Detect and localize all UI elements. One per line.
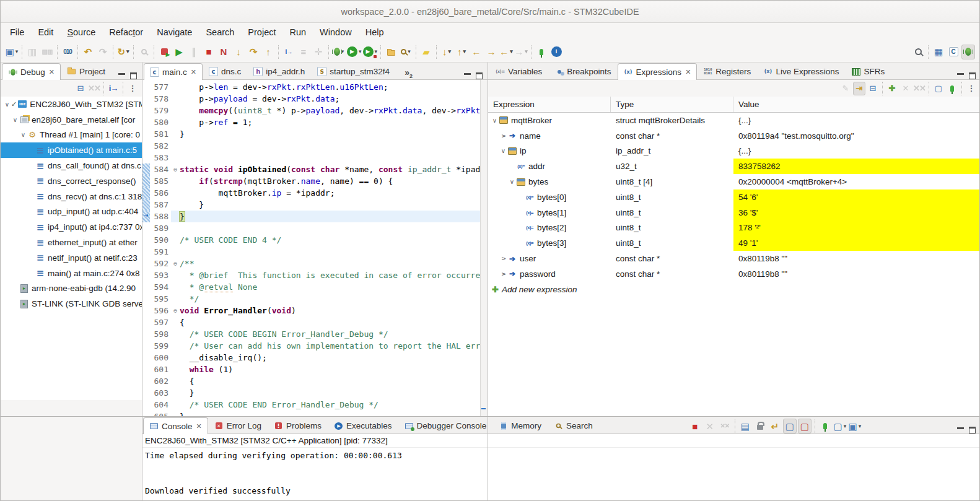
previous-annotation-icon[interactable]: ← xyxy=(470,45,483,59)
undo-icon[interactable]: ↶ xyxy=(81,45,95,59)
code-editor[interactable]: 577 p->len = dev->rxPkt.rxPktLen.u16PktL… xyxy=(142,80,488,417)
close-tab-icon[interactable]: ✕ xyxy=(196,422,202,430)
expression-row[interactable]: ∨ipip_addr_t{...} xyxy=(488,144,980,159)
console-output[interactable]: Time elapsed during verifying operation:… xyxy=(142,448,980,501)
code-line[interactable]: 590/* USER CODE END 4 */ xyxy=(142,234,480,246)
fold-marker-icon[interactable]: ⊖ xyxy=(171,166,180,173)
code-line[interactable]: 584⊖static void ipObtained(const char *n… xyxy=(142,163,480,175)
code-line[interactable]: 595 */ xyxy=(142,293,480,305)
open-console-icon[interactable]: ▣▾ xyxy=(848,419,862,433)
debug-tree-item[interactable]: dns_call_found() at dns.c xyxy=(1,158,142,173)
word-wrap-icon[interactable]: ↵ xyxy=(768,419,782,433)
debug-tree-item[interactable]: ST-LINK (ST-LINK GDB server xyxy=(1,296,142,311)
close-tab-icon[interactable]: ✕ xyxy=(685,68,691,76)
next-edit-location-icon[interactable]: ↑▾ xyxy=(455,45,468,59)
code-line[interactable]: 598 /* USER CODE BEGIN Error_Handler_Deb… xyxy=(142,328,480,340)
console-tab-search[interactable]: Search xyxy=(548,417,599,433)
debug-tree-item[interactable]: ipObtained() at main.c:5 xyxy=(1,142,142,158)
column-header-type[interactable]: Type xyxy=(611,97,733,112)
mark-occurrences-icon[interactable]: ▰ xyxy=(419,45,433,59)
step-return-icon[interactable]: ↑ xyxy=(261,45,275,59)
debug-tree-item[interactable]: ∨en28j60_bare_metal.elf [cor xyxy=(1,112,142,128)
column-header-expression[interactable]: Expression xyxy=(488,97,611,112)
console-tab-debugger-console[interactable]: Debugger Console xyxy=(398,417,493,433)
expander-icon[interactable]: ∨ xyxy=(500,270,507,278)
terminate-icon[interactable]: ■ xyxy=(688,419,702,433)
maximize-view-button[interactable] xyxy=(130,72,137,79)
gutter-annotation[interactable] xyxy=(142,105,150,116)
expression-row[interactable]: bytes[1]uint8_t36 '$' xyxy=(488,205,980,220)
debug-tree-item[interactable]: ip4_input() at ip4.c:737 0x xyxy=(1,219,142,235)
overview-ruler[interactable] xyxy=(480,80,488,417)
menu-refactor[interactable]: Refactor xyxy=(102,25,150,40)
dropdown-arrow-icon[interactable]: ▾ xyxy=(844,424,847,429)
code-line[interactable]: 582 xyxy=(142,140,480,152)
dropdown-arrow-icon[interactable]: ▾ xyxy=(375,49,378,54)
instruction-stepping-icon[interactable]: ≡ xyxy=(297,45,310,59)
expressions-tab-sfrs[interactable]: SFRs xyxy=(845,63,891,79)
menu-window[interactable]: Window xyxy=(313,25,359,40)
new-wizard-icon[interactable]: ▣▾ xyxy=(5,45,19,59)
console-tab-executables[interactable]: Executables xyxy=(328,417,398,433)
titlebar[interactable]: workspace_2.0.0 - en28j60_bare_metal/Cor… xyxy=(1,1,979,23)
more-tabs-indicator[interactable]: »2 xyxy=(405,68,413,79)
gutter-annotation[interactable] xyxy=(142,387,150,399)
expression-row[interactable]: ∨nameconst char *0x80119a4 "test.mosquit… xyxy=(488,128,980,144)
dropdown-arrow-icon[interactable]: ▾ xyxy=(359,49,362,54)
expander-icon[interactable]: ∨ xyxy=(500,132,507,140)
debug-perspective-icon[interactable] xyxy=(961,45,975,59)
code-line[interactable]: 599 /* User can add his own implementati… xyxy=(142,340,480,352)
remove-all-expressions-icon[interactable]: ✕✕ xyxy=(913,82,925,95)
expression-row[interactable]: ∨passwordconst char *0x80119b8 "" xyxy=(488,266,980,282)
back-icon[interactable]: ←▾ xyxy=(499,45,513,59)
code-line[interactable]: 587 } xyxy=(142,199,480,211)
next-annotation-icon[interactable]: → xyxy=(484,45,498,59)
expressions-tab-expressions[interactable]: Expressions✕ xyxy=(618,63,698,80)
last-edit-location-icon[interactable]: ↓▾ xyxy=(440,45,453,59)
expander-icon[interactable]: ∨ xyxy=(499,147,507,154)
gutter-annotation[interactable] xyxy=(142,187,150,199)
view-menu-icon[interactable]: ⋮ xyxy=(965,82,978,95)
debug-tree-item[interactable]: ethernet_input() at ether xyxy=(1,235,142,250)
move-to-line-icon[interactable]: ✛ xyxy=(312,45,325,59)
sash-bottom[interactable] xyxy=(1,416,979,417)
code-line[interactable]: 580 p->ref = 1; xyxy=(142,116,480,128)
menu-project[interactable]: Project xyxy=(241,25,282,40)
dropdown-arrow-icon[interactable]: ▾ xyxy=(525,49,528,54)
code-line[interactable]: 586 mqttBroker.ip = *ipaddr; xyxy=(142,187,480,199)
gutter-annotation[interactable] xyxy=(142,269,150,281)
gutter-annotation[interactable] xyxy=(142,140,150,152)
gutter-annotation[interactable] xyxy=(142,81,150,93)
code-line[interactable]: 589 xyxy=(142,222,480,234)
gutter-annotation[interactable] xyxy=(142,199,150,211)
clear-console-icon[interactable]: ▤ xyxy=(738,419,752,433)
debug-tab-project[interactable]: Project xyxy=(61,63,112,79)
step-into-icon[interactable]: ↓ xyxy=(232,45,245,59)
expressions-tab-live-expressions[interactable]: Live Expressions xyxy=(757,63,845,79)
restart-icon[interactable] xyxy=(157,45,171,59)
debug-tree-item[interactable]: ∨✓ENC28J60_With_STM32 [STM32 xyxy=(1,97,142,112)
menu-help[interactable]: Help xyxy=(359,25,391,40)
gutter-annotation[interactable] xyxy=(142,293,150,305)
disconnect-icon[interactable]: N xyxy=(217,45,230,59)
collapse-all-icon[interactable]: ⊟ xyxy=(867,82,879,95)
code-line[interactable]: 604 /* USER CODE END Error_Handler_Debug… xyxy=(142,399,480,411)
dropdown-arrow-icon[interactable]: ▾ xyxy=(448,49,452,54)
gutter-annotation[interactable] xyxy=(142,222,150,234)
expression-row[interactable]: bytes[2]uint8_t178 '²' xyxy=(488,220,980,236)
menu-file[interactable]: File xyxy=(3,25,31,40)
gutter-annotation[interactable] xyxy=(142,316,150,328)
menu-source[interactable]: Source xyxy=(60,25,102,40)
maximize-view-button[interactable] xyxy=(969,72,976,79)
debug-icon[interactable]: ▾ xyxy=(332,45,346,59)
dropdown-arrow-icon[interactable]: ▾ xyxy=(408,49,411,54)
expressions-tab-variables[interactable]: Variables xyxy=(489,63,548,79)
column-header-value[interactable]: Value xyxy=(733,97,980,112)
code-line[interactable]: 577 p->len = dev->rxPkt.rxPktLen.u16PktL… xyxy=(142,81,480,93)
save-icon[interactable]: ▥ xyxy=(25,45,39,59)
maximize-view-button[interactable] xyxy=(476,72,483,79)
code-line[interactable]: 603 } xyxy=(142,387,480,399)
console-tab-memory[interactable]: Memory xyxy=(492,417,548,433)
focus-on-stack-frame-icon[interactable]: i→ xyxy=(107,82,120,95)
expressions-tab-breakpoints[interactable]: Breakpoints xyxy=(548,63,617,79)
